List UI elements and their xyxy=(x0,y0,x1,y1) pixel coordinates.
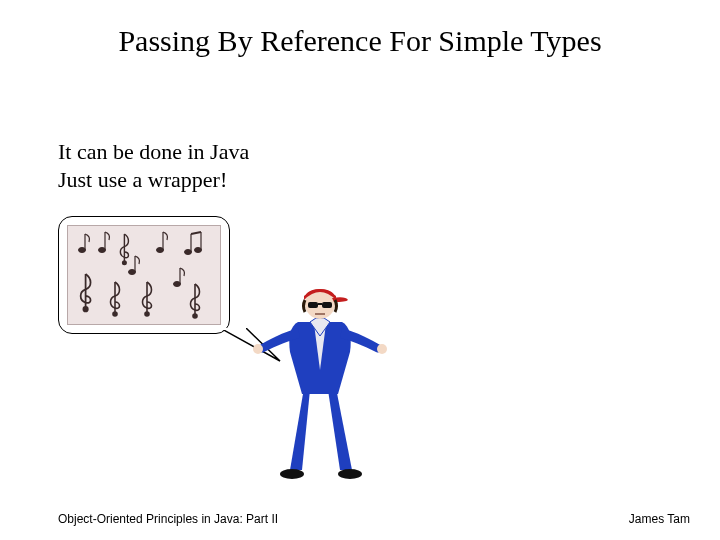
body-line-2: Just use a wrapper! xyxy=(58,166,249,194)
footer-right: James Tam xyxy=(629,512,690,526)
svg-point-24 xyxy=(193,314,197,318)
slide-body: It can be done in Java Just use a wrappe… xyxy=(58,138,249,193)
body-line-1: It can be done in Java xyxy=(58,138,249,166)
svg-rect-33 xyxy=(322,302,332,308)
svg-point-20 xyxy=(113,312,117,316)
svg-rect-26 xyxy=(220,328,246,330)
slide: Passing By Reference For Simple Types It… xyxy=(0,0,720,540)
footer-left: Object-Oriented Principles in Java: Part… xyxy=(58,512,278,526)
speech-bubble xyxy=(58,216,230,334)
svg-point-28 xyxy=(338,469,362,479)
svg-point-30 xyxy=(377,344,387,354)
svg-line-10 xyxy=(191,232,201,234)
svg-point-29 xyxy=(253,344,263,354)
svg-rect-32 xyxy=(308,302,318,308)
svg-point-16 xyxy=(123,261,127,265)
slide-title: Passing By Reference For Simple Types xyxy=(0,24,720,58)
svg-point-22 xyxy=(145,312,149,316)
person-shrugging-icon xyxy=(250,270,390,485)
svg-point-27 xyxy=(280,469,304,479)
svg-point-18 xyxy=(83,307,87,311)
music-notes-icon xyxy=(67,225,221,325)
